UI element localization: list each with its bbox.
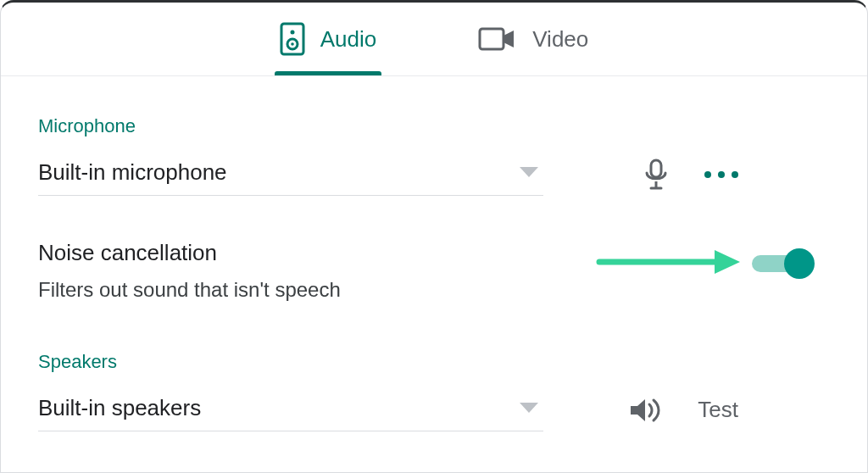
microphone-icon[interactable] [643, 159, 669, 191]
speakers-section-title: Speakers [38, 351, 830, 373]
tab-video-label: Video [532, 26, 588, 53]
microphone-section: Microphone Built-in microphone [38, 115, 830, 196]
annotation-arrow-icon [596, 245, 740, 282]
more-options-icon[interactable] [704, 171, 738, 178]
microphone-section-title: Microphone [38, 115, 830, 137]
tab-video[interactable]: Video [478, 3, 588, 75]
settings-panel: Audio Video Microphone Built-in micropho… [0, 0, 868, 473]
noise-cancellation-title: Noise cancellation [38, 240, 581, 266]
camera-icon [478, 25, 517, 53]
audio-settings-content: Microphone Built-in microphone [1, 76, 867, 431]
chevron-down-icon [520, 403, 538, 413]
speakers-selected-value: Built-in speakers [38, 395, 201, 421]
speaker-icon [280, 22, 305, 56]
tab-audio-label: Audio [320, 26, 377, 53]
noise-cancellation-toggle[interactable] [752, 247, 815, 281]
svg-point-3 [291, 42, 294, 46]
speakers-section: Speakers Built-in speakers Test [38, 351, 830, 431]
tab-audio[interactable]: Audio [280, 3, 377, 75]
speakers-select[interactable]: Built-in speakers [38, 388, 543, 431]
tab-strip: Audio Video [1, 3, 867, 76]
volume-icon [628, 396, 662, 425]
microphone-select[interactable]: Built-in microphone [38, 153, 543, 196]
chevron-down-icon [520, 167, 538, 177]
svg-marker-9 [715, 250, 740, 274]
svg-point-1 [290, 31, 294, 35]
noise-cancellation-row: Noise cancellation Filters out sound tha… [38, 240, 830, 302]
svg-rect-4 [480, 29, 504, 49]
test-speakers-button[interactable]: Test [698, 397, 738, 423]
noise-cancellation-description: Filters out sound that isn't speech [38, 278, 581, 302]
svg-rect-5 [651, 160, 661, 177]
microphone-selected-value: Built-in microphone [38, 159, 227, 186]
